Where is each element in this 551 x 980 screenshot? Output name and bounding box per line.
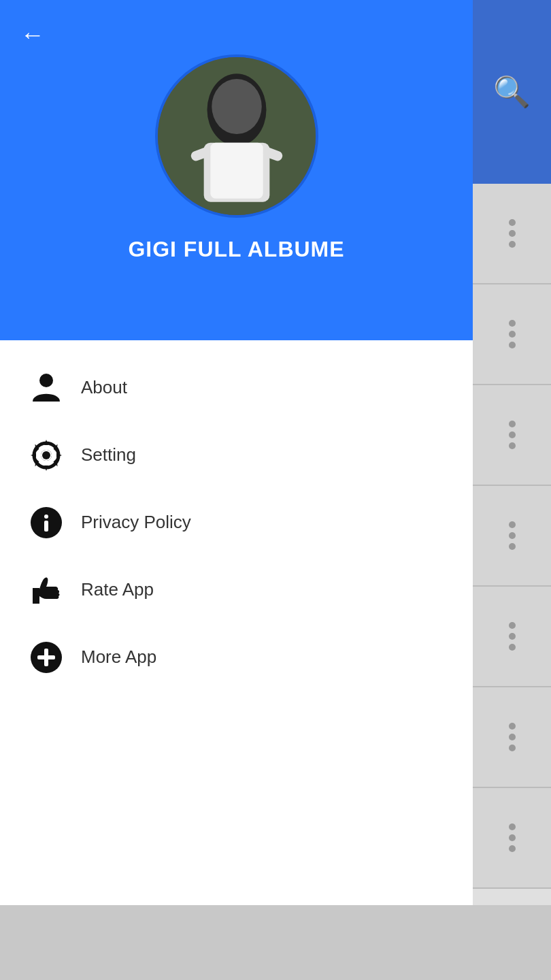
- right-row-7: [473, 788, 551, 889]
- drawer-header: ← GIGI FULL ALBUME: [0, 0, 473, 340]
- menu-label-rate-app: Rate App: [81, 579, 154, 600]
- menu-item-rate-app[interactable]: Rate App: [0, 556, 473, 623]
- back-button[interactable]: ←: [20, 20, 45, 49]
- menu-item-privacy-policy[interactable]: Privacy Policy: [0, 489, 473, 556]
- menu-label-privacy-policy: Privacy Policy: [81, 512, 191, 533]
- menu-item-more-app[interactable]: More App: [0, 623, 473, 691]
- right-row-6: [473, 687, 551, 788]
- addcircle-icon: [27, 638, 65, 676]
- right-row-1: [473, 184, 551, 284]
- gear-icon: [27, 436, 65, 474]
- search-icon[interactable]: 🔍: [493, 74, 531, 110]
- right-row-4: [473, 486, 551, 587]
- three-dots-1[interactable]: [509, 219, 516, 248]
- right-rows: [473, 184, 551, 980]
- person-icon: [27, 369, 65, 406]
- app-title: GIGI FULL ALBUME: [128, 237, 344, 262]
- drawer-panel: ← GIGI FULL ALBUME: [0, 0, 473, 980]
- three-dots-3[interactable]: [509, 421, 516, 449]
- svg-point-2: [212, 79, 261, 134]
- thumbsup-icon: [27, 571, 65, 608]
- right-row-5: [473, 587, 551, 687]
- svg-point-11: [42, 451, 50, 459]
- avatar: [155, 54, 318, 218]
- right-panel: 🔍: [473, 0, 551, 980]
- bottom-bar: [0, 905, 551, 980]
- menu-item-about[interactable]: About: [0, 354, 473, 421]
- menu-item-setting[interactable]: Setting: [0, 421, 473, 489]
- right-top-bar: 🔍: [473, 0, 551, 184]
- menu-label-setting: Setting: [81, 444, 136, 466]
- right-row-2: [473, 284, 551, 385]
- svg-rect-14: [44, 521, 48, 532]
- svg-rect-17: [37, 655, 55, 659]
- drawer-menu: About: [0, 340, 473, 980]
- three-dots-4[interactable]: [509, 521, 516, 550]
- svg-point-7: [39, 374, 53, 387]
- three-dots-2[interactable]: [509, 320, 516, 348]
- menu-label-more-app: More App: [81, 647, 156, 668]
- right-row-3: [473, 385, 551, 486]
- menu-label-about: About: [81, 377, 127, 398]
- svg-rect-4: [210, 143, 263, 199]
- three-dots-5[interactable]: [509, 622, 516, 651]
- info-icon: [27, 504, 65, 541]
- three-dots-6[interactable]: [509, 723, 516, 751]
- svg-point-13: [44, 514, 48, 519]
- three-dots-7[interactable]: [509, 823, 516, 852]
